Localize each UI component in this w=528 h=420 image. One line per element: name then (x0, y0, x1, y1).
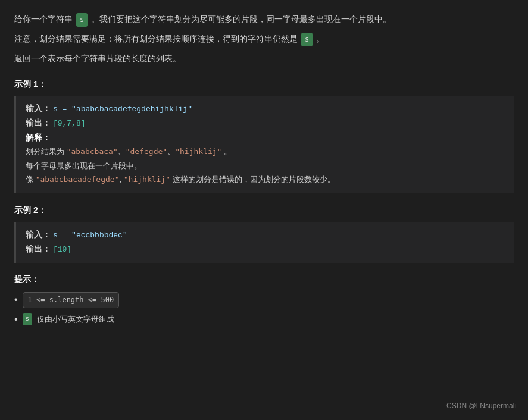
s-badge-1: s (76, 13, 88, 27)
desc-text-3: 注意，划分结果需要满足：将所有划分结果按顺序连接，得到的字符串仍然是 (14, 34, 298, 43)
example1-explain-line1: 划分结果为 "ababcbaca"、"defegde"、"hijhklij" 。 (26, 145, 504, 158)
tips-title: 提示： (14, 272, 514, 287)
description-line1: 给你一个字符串 s 。我们要把这个字符串划分为尽可能多的片段，同一字母最多出现在… (14, 12, 514, 27)
desc-text-4: 。 (316, 34, 324, 43)
explain-label: 解释： (26, 133, 51, 142)
description-line2: 注意，划分结果需要满足：将所有划分结果按顺序连接，得到的字符串仍然是 s 。 (14, 32, 514, 46)
example2-output-value: [10] (53, 245, 71, 254)
example1-input-value: s = "ababcbacadefegdehijhklij" (53, 105, 192, 114)
example1-output: 输出： [9,7,8] (26, 116, 504, 130)
constraint-badge-1: 1 <= s.length <= 500 (23, 292, 120, 308)
description-block: 给你一个字符串 s 。我们要把这个字符串划分为尽可能多的片段，同一字母最多出现在… (14, 12, 514, 67)
bullet-dot-1: • (14, 295, 18, 305)
example1-explain-line3: 像 "ababcbacadefegde", "hijhklij" 这样的划分是错… (26, 173, 504, 186)
example1-output-value: [9,7,8] (53, 119, 86, 128)
desc-text-1: 给你一个字符串 (14, 14, 73, 24)
desc-text-2: 。我们要把这个字符串划分为尽可能多的片段，同一字母最多出现在一个片段中。 (91, 14, 391, 24)
tip-item-1: • 1 <= s.length <= 500 (14, 292, 514, 308)
s-badge-2: s (301, 33, 313, 47)
example1-explain-line2: 每个字母最多出现在一个片段中。 (26, 159, 504, 173)
watermark: CSDN @LNsupermali (446, 400, 516, 412)
s-badge-tip: s (23, 313, 33, 325)
example2-output-label: 输出： (26, 244, 51, 253)
tip-item-2: • s 仅由小写英文字母组成 (14, 313, 514, 326)
example1-explain-label: 解释： (26, 131, 504, 145)
example1-box: 输入： s = "ababcbacadefegdehijhklij" 输出： [… (14, 96, 514, 192)
example2-title: 示例 2： (14, 203, 514, 218)
tips-list: • 1 <= s.length <= 500 • s 仅由小写英文字母组成 (14, 292, 514, 325)
example1-input: 输入： s = "ababcbacadefegdehijhklij" (26, 102, 504, 116)
bullet-dot-2: • (14, 315, 18, 324)
example2-input-label: 输入： (26, 230, 51, 239)
example1-output-label: 输出： (26, 118, 51, 127)
explain-text-1: 划分结果为 "ababcbaca"、"defegde"、"hijhklij" 。 (26, 147, 232, 156)
description-line3: 返回一个表示每个字符串片段的长度的列表。 (14, 51, 514, 66)
explain-text-3: 像 "ababcbacadefegde", "hijhklij" 这样的划分是错… (26, 175, 335, 184)
example1-input-label: 输入： (26, 104, 51, 113)
constraint2-text: 仅由小写英文字母组成 (37, 313, 114, 326)
example2-input: 输入： s = "eccbbbbdec" (26, 228, 504, 242)
example2-box: 输入： s = "eccbbbbdec" 输出： [10] (14, 222, 514, 262)
example2-input-value: s = "eccbbbbdec" (53, 231, 127, 240)
example2-output: 输出： [10] (26, 242, 504, 256)
example1-title: 示例 1： (14, 77, 514, 92)
